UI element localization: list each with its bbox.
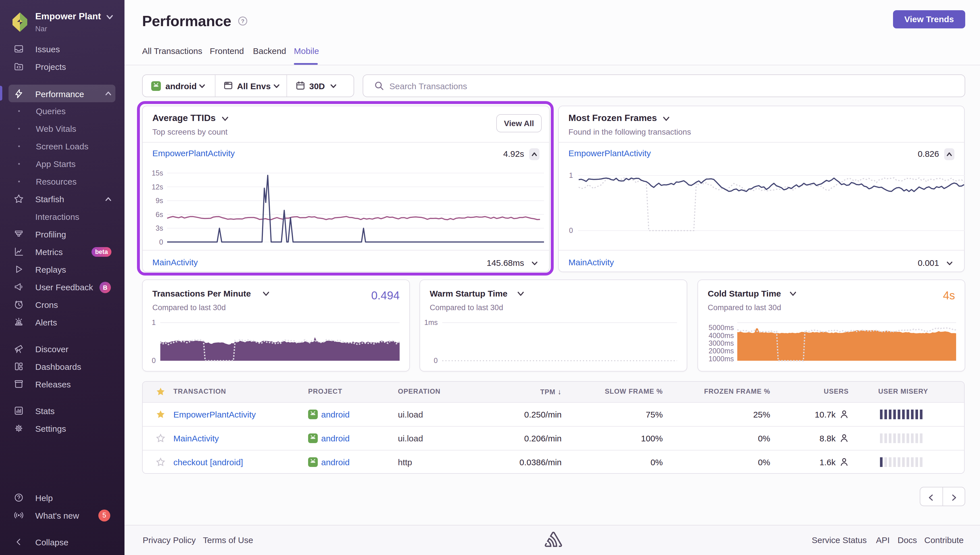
svg-text:15s: 15s — [152, 169, 163, 177]
svg-text:1: 1 — [152, 318, 156, 326]
svg-text:0: 0 — [152, 356, 156, 364]
svg-text:6s: 6s — [156, 210, 163, 218]
svg-text:3000ms: 3000ms — [708, 339, 734, 347]
svg-text:12s: 12s — [152, 183, 163, 191]
svg-text:0: 0 — [434, 356, 438, 364]
svg-text:2000ms: 2000ms — [708, 347, 734, 355]
svg-text:1ms: 1ms — [424, 318, 438, 326]
svg-text:9s: 9s — [156, 197, 163, 204]
svg-text:5000ms: 5000ms — [708, 324, 734, 332]
svg-text:4000ms: 4000ms — [708, 332, 734, 339]
svg-text:1000ms: 1000ms — [708, 355, 734, 363]
svg-text:3s: 3s — [156, 224, 163, 232]
svg-text:?: ? — [241, 18, 244, 24]
svg-text:0: 0 — [159, 238, 163, 246]
svg-text:0: 0 — [569, 226, 573, 234]
svg-text:1: 1 — [569, 171, 573, 179]
